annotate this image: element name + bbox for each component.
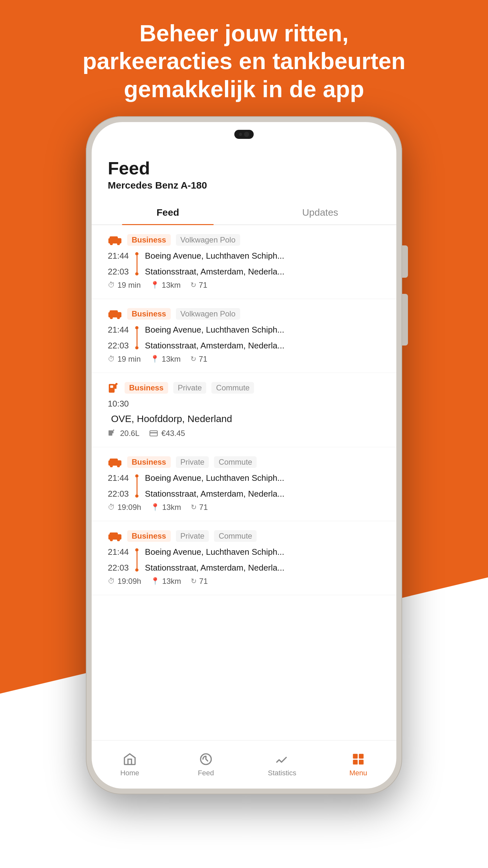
app-subtitle: Mercedes Benz A-180 (108, 180, 380, 191)
tab-updates[interactable]: Updates (244, 200, 396, 224)
trip-line-5 (135, 547, 138, 573)
badge-business-5: Business (127, 530, 171, 542)
trip-line-2 (135, 325, 138, 351)
svg-rect-28 (353, 760, 358, 764)
vert-line-2 (136, 330, 137, 346)
badge-business-1: Business (127, 234, 171, 246)
dot-top-4 (135, 474, 138, 477)
vert-line-4 (136, 477, 137, 494)
trip-to-1: Stationsstraat, Amsterdam, Nederla... (145, 267, 380, 277)
stat-score-2: ↻ 71 (190, 354, 207, 364)
stat-distance-4: 📍 13km (151, 503, 181, 512)
trip-end-time-5: 22:03 (108, 563, 129, 573)
svg-rect-1 (110, 237, 118, 240)
nav-home[interactable]: Home (92, 749, 168, 780)
trip-addresses-4: Boeing Avenue, Luchthaven Schiph... Stat… (145, 473, 380, 499)
pin-icon-2: 📍 (151, 355, 159, 363)
feed-item-4-header: Business Private Commute (108, 456, 380, 468)
app-header: Feed Mercedes Benz A-180 (92, 148, 396, 191)
svg-rect-12 (108, 430, 112, 436)
feed-item-3-fuel[interactable]: Business Private Commute 10:30 OVE, Hoof… (92, 373, 396, 447)
trip-to-4: Stationsstraat, Amsterdam, Nederla... (145, 489, 380, 499)
dot-bottom-5 (135, 568, 138, 571)
trip-stats-4: ⏱ 19:09h 📍 13km ↻ 71 (108, 503, 380, 512)
svg-rect-5 (110, 310, 118, 314)
trip-times-1: 21:44 22:03 (108, 251, 129, 277)
svg-rect-14 (113, 430, 114, 431)
car-icon-2 (108, 309, 122, 319)
badge-commute-4: Commute (214, 456, 257, 468)
trip-from-2: Boeing Avenue, Luchthaven Schiph... (145, 325, 380, 335)
phone-screen: Feed Mercedes Benz A-180 Feed Updates (92, 122, 396, 788)
feed-icon (199, 752, 213, 766)
fuel-amount-3: €43.45 (149, 429, 185, 438)
feed-item-5[interactable]: Business Private Commute 21:44 22:03 (92, 521, 396, 595)
badge-private-4: Private (176, 456, 209, 468)
feed-item-1-header: Business Volkwagen Polo (108, 234, 380, 246)
dot-top-5 (135, 548, 138, 552)
trip-line-4 (135, 473, 138, 499)
camera-dot-1 (239, 133, 242, 136)
stat-duration-1: ⏱ 19 min (108, 281, 141, 290)
svg-rect-22 (110, 532, 118, 536)
trip-route-1: 21:44 22:03 Boeing Avenue, Luchthaven Sc… (108, 251, 380, 277)
clock-icon-4: ⏱ (108, 503, 115, 512)
badge-business-4: Business (127, 456, 171, 468)
stat-duration-2: ⏱ 19 min (108, 354, 141, 364)
badge-commute-5: Commute (214, 530, 257, 542)
car-icon-4 (108, 457, 122, 467)
trip-from-5: Boeing Avenue, Luchthaven Schiph... (145, 547, 380, 557)
trip-to-2: Stationsstraat, Amsterdam, Nederla... (145, 341, 380, 351)
feed-item-4[interactable]: Business Private Commute 21:44 22:03 (92, 447, 396, 521)
app-title: Feed (108, 158, 380, 179)
svg-rect-11 (116, 383, 118, 385)
clock-icon-5: ⏱ (108, 577, 115, 585)
feed-item-2[interactable]: Business Volkwagen Polo 21:44 22:03 (92, 299, 396, 373)
trip-to-5: Stationsstraat, Amsterdam, Nederla... (145, 563, 380, 573)
trip-route-4: 21:44 22:03 Boeing Avenue, Luchthaven Sc… (108, 473, 380, 499)
trip-times-5: 21:44 22:03 (108, 547, 129, 573)
svg-rect-27 (359, 754, 364, 758)
trip-addresses-2: Boeing Avenue, Luchthaven Schiph... Stat… (145, 325, 380, 351)
feed-item-2-header: Business Volkwagen Polo (108, 308, 380, 320)
trip-start-time-2: 21:44 (108, 325, 129, 335)
trip-start-time-1: 21:44 (108, 251, 129, 261)
car-icon-5 (108, 531, 122, 541)
vert-line-1 (136, 255, 137, 272)
bottom-nav: Home Feed (92, 740, 396, 788)
fuel-stats-3: 20.6L €43.45 (108, 429, 380, 438)
feed-list: Business Volkwagen Polo 21:44 22:03 (92, 225, 396, 740)
car-icon (108, 235, 122, 245)
score-icon-4: ↻ (191, 503, 197, 512)
svg-rect-26 (353, 754, 358, 758)
tab-feed[interactable]: Feed (92, 200, 244, 224)
trip-start-time-5: 21:44 (108, 547, 129, 557)
dot-bottom-4 (135, 494, 138, 498)
score-icon-2: ↻ (190, 355, 196, 363)
svg-rect-29 (359, 760, 364, 764)
home-icon (123, 752, 137, 766)
nav-statistics[interactable]: Statistics (244, 749, 320, 780)
stat-distance-5: 📍 13km (151, 577, 181, 586)
stat-distance-1: 📍 13km (151, 281, 181, 290)
dot-bottom-2 (135, 346, 138, 349)
dot-top-2 (135, 326, 138, 330)
trip-end-time-4: 22:03 (108, 489, 129, 499)
stat-distance-2: 📍 13km (151, 354, 181, 364)
header-section: Beheer jouw ritten, parkeeracties en tan… (0, 20, 488, 103)
tab-bar: Feed Updates (92, 200, 396, 225)
trip-route-2: 21:44 22:03 Boeing Avenue, Luchthaven Sc… (108, 325, 380, 351)
nav-menu[interactable]: Menu (320, 749, 396, 780)
pin-icon-1: 📍 (151, 281, 159, 289)
fuel-volume-icon (108, 429, 117, 438)
trip-stats-5: ⏱ 19:09h 📍 13km ↻ 71 (108, 577, 380, 586)
stat-duration-4: ⏱ 19:09h (108, 503, 141, 512)
feed-item-5-header: Business Private Commute (108, 530, 380, 542)
feed-item-1[interactable]: Business Volkwagen Polo 21:44 22:03 (92, 225, 396, 299)
badge-private-5: Private (176, 530, 209, 542)
menu-icon (351, 752, 365, 766)
nav-feed[interactable]: Feed (168, 749, 244, 780)
stat-duration-5: ⏱ 19:09h (108, 577, 141, 586)
trip-addresses-5: Boeing Avenue, Luchthaven Schiph... Stat… (145, 547, 380, 573)
pin-icon-5: 📍 (151, 577, 159, 585)
